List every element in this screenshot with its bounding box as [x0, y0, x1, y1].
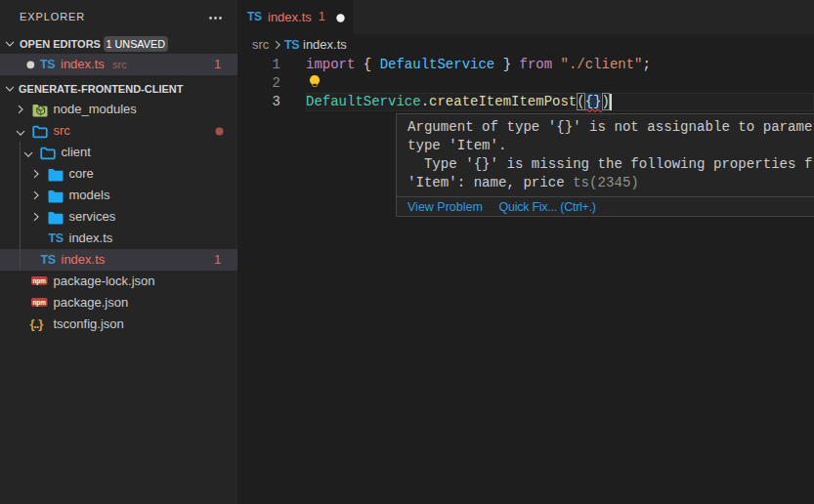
svg-text:npm: npm — [32, 277, 46, 285]
svg-text:npm: npm — [32, 299, 46, 307]
